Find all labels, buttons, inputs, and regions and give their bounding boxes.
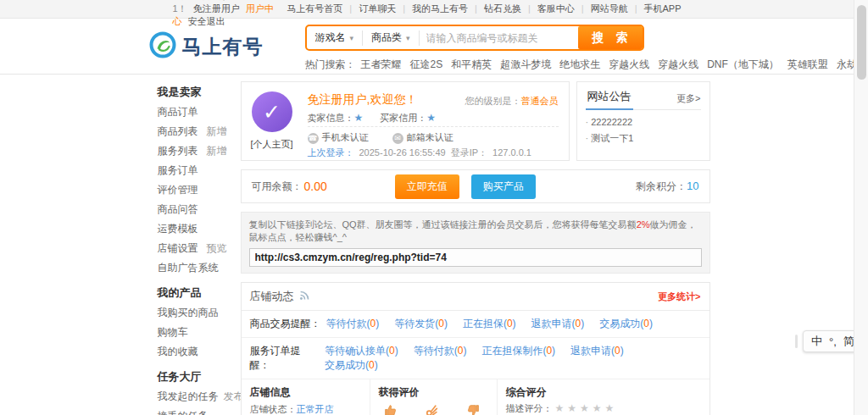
order-status-count: 0 (365, 359, 378, 371)
ime-charset-toggle[interactable]: 简 (843, 334, 854, 349)
game-filter-dropdown[interactable]: 游戏名 ▾ (307, 30, 364, 46)
sidebar-item-extra-link[interactable]: 新增 (207, 125, 227, 139)
order-status-link[interactable]: 交易成功0 (599, 318, 653, 329)
service-reminder-label: 服务订单提醒： (250, 344, 320, 373)
ime-drag-handle[interactable] (795, 335, 798, 348)
homepage-link[interactable]: [个人主页] (247, 138, 298, 151)
topbar-link[interactable]: 马上有号首页 (287, 3, 342, 14)
hot-search-link[interactable]: 绝地求生 (559, 58, 600, 70)
sidebar-item[interactable]: 运费模板 (158, 219, 227, 239)
hot-search-link[interactable]: 超激斗梦境 (500, 58, 551, 70)
hot-search-link[interactable]: 英雄联盟 (787, 58, 828, 70)
referral-link-input[interactable] (249, 248, 702, 267)
star-icon: ★ (426, 112, 436, 124)
category-filter-label: 商品类 (371, 30, 402, 45)
order-status-link[interactable]: 等待付款0 (326, 318, 380, 329)
announcement-more-link[interactable]: 更多> (676, 92, 700, 109)
order-status-link[interactable]: 交易成功0 (325, 359, 378, 371)
order-status-link[interactable]: 退款申请0 (570, 345, 624, 357)
search-button[interactable]: 搜 索 (578, 26, 643, 49)
order-status-label: 退款申请 (570, 345, 611, 357)
sidebar-item-extra-link[interactable]: 预览 (207, 241, 227, 256)
hot-search-link[interactable]: 穿越火线 (609, 58, 649, 70)
email-status[interactable]: ✉邮箱未认证 (392, 131, 453, 144)
sidebar-section-tasks-items: 我发起的任务 发布 接手的任务 (158, 387, 236, 415)
sidebar-item[interactable]: 购物车 (158, 323, 227, 342)
sidebar-item[interactable]: 自助广告系统 (158, 258, 227, 278)
member-level-link[interactable]: 普通会员 (521, 96, 559, 106)
scrollbar-track[interactable] (854, 0, 868, 415)
order-status-link[interactable]: 正在担保制作0 (481, 345, 555, 357)
shop-status-link[interactable]: 正常开店 (297, 404, 334, 414)
sidebar-item[interactable]: 接手的任务 (158, 407, 227, 415)
recharge-button[interactable]: 立即充值 (395, 174, 459, 199)
topbar-link[interactable]: 订单聊天 (342, 3, 396, 14)
more-stats-link[interactable]: 更多统计> (658, 290, 700, 303)
sidebar-item[interactable]: 评价管理 (158, 180, 227, 200)
sidebar-item[interactable]: 服务列表 新增 (158, 141, 227, 161)
topbar-link[interactable]: 我的马上有号 (396, 3, 468, 14)
hot-search-link[interactable]: 穿越火线 (658, 58, 698, 70)
sidebar-item-extra-link[interactable]: 新增 (207, 144, 227, 158)
logo-text: 马上有号 (182, 34, 264, 60)
ime-language-toggle[interactable]: 中 (811, 334, 822, 349)
login-ip-value: 127.0.0.1 (492, 147, 531, 158)
buy-product-button[interactable]: 购买产品 (471, 174, 536, 199)
sidebar-item[interactable]: 我的收藏 (158, 342, 227, 362)
bad-rating: 差评 0 (460, 403, 486, 415)
sidebar-item[interactable]: 商品订单 (158, 102, 227, 122)
topbar-link[interactable]: 钻石兑换 (468, 3, 521, 14)
member-level: 您的级别是：普通会员 (465, 95, 559, 108)
sidebar-item-label: 商品问答 (158, 202, 198, 217)
referral-commission: 2% (637, 219, 650, 230)
balance-label: 可用余额： (252, 180, 303, 194)
shop-info-column: 店铺信息 店铺状态：正常开店 店铺流量：26 认证方式： (242, 379, 370, 415)
sidebar-item[interactable]: 服务订单 (158, 161, 227, 180)
site-logo[interactable]: 马上有号 (149, 31, 264, 62)
sidebar-item[interactable]: 我购买的商品 (158, 303, 227, 323)
order-status-link[interactable]: 等待付款0 (414, 345, 467, 357)
sidebar-item-label: 商品列表 (158, 125, 198, 139)
category-filter-dropdown[interactable]: 商品类 ▾ (363, 30, 420, 46)
order-status-link[interactable]: 等待确认接单0 (325, 345, 398, 357)
topbar-link[interactable]: 网站导航 (575, 3, 628, 14)
ime-punctuation-toggle[interactable]: °, (829, 335, 837, 348)
topbar-link[interactable]: 客服中心 (521, 3, 575, 14)
phone-status[interactable]: ☎手机未认证 (308, 131, 369, 144)
sidebar-item[interactable]: 店铺设置 预览 (158, 239, 227, 258)
sidebar-section-seller-items: 商品订单 商品列表 新增 服务列表 新增 (158, 102, 236, 278)
sidebar-item[interactable]: 商品问答 (158, 200, 227, 219)
announcement-item[interactable]: 22222222 (586, 114, 701, 130)
order-status-label: 等待付款 (326, 318, 367, 329)
chevron-down-icon: ▾ (350, 34, 354, 42)
announcement-item[interactable]: 测试一下1 (586, 130, 701, 147)
announcement-list: 22222222测试一下1 (586, 114, 701, 147)
rss-icon (299, 290, 310, 303)
order-status-label: 正在担保 (463, 318, 504, 329)
scrollbar-thumb[interactable] (857, 5, 866, 80)
last-login-link[interactable]: 上次登录： (308, 147, 354, 158)
hot-search-link[interactable]: 征途2S (410, 58, 443, 70)
hot-search-link[interactable]: 和平精英 (451, 58, 492, 70)
scores-column: 综合评分 描述评分：0.00 ★★★★★ 发货评分：0.00 (498, 379, 709, 415)
avatar[interactable]: ✓ (252, 91, 292, 132)
check-icon: ✓ (263, 100, 281, 125)
sidebar-item-label: 我的收藏 (158, 345, 198, 359)
sidebar-item-label: 购物车 (158, 325, 188, 340)
order-status-link[interactable]: 等待发货0 (394, 318, 448, 329)
logo-icon (149, 31, 176, 62)
topbar-link[interactable]: 手机APP (628, 3, 682, 14)
shop-dynamics-panel: 店铺动态 更多统计> 商品交易提醒： 等待付款0等待发货0正在担保0退款申请0交… (241, 282, 710, 415)
announcement-tab[interactable]: 网站公告 (586, 89, 633, 110)
hot-search-link[interactable]: 王者荣耀 (361, 58, 402, 70)
username-text: 免注册用户 (193, 3, 240, 14)
order-status-link[interactable]: 正在担保0 (463, 318, 516, 329)
sidebar: 我是卖家 商品订单 商品列表 新增 (144, 81, 236, 415)
order-status-link[interactable]: 退款申请0 (531, 318, 585, 329)
search-input[interactable] (420, 32, 578, 44)
topbar: 您好，欢迎来到马上有号1！免注册用户用户中心安全退出 马上有号首页订单聊天我的马… (0, 0, 854, 19)
hot-search-link[interactable]: DNF（地下城） (707, 58, 779, 70)
sidebar-item-label: 运费模板 (158, 222, 198, 236)
sidebar-item[interactable]: 我发起的任务 发布 (158, 387, 227, 407)
sidebar-item[interactable]: 商品列表 新增 (158, 122, 227, 141)
